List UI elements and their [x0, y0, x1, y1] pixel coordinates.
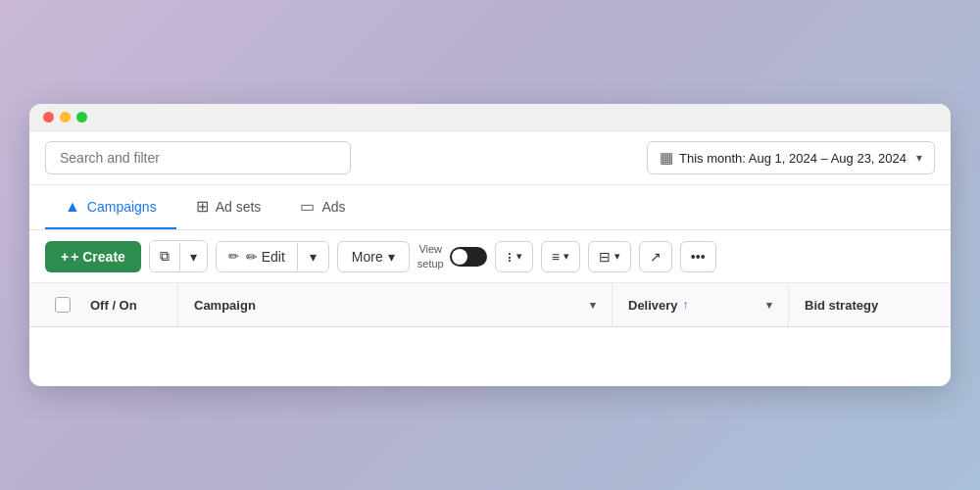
- actions-bar: + + Create ⧉ ▾ ✏ ✏ Edit ▾ More: [29, 230, 951, 283]
- duplicate-dropdown-button[interactable]: ▾: [180, 242, 207, 271]
- create-button[interactable]: + + Create: [45, 241, 141, 272]
- view-setup-toggle[interactable]: [450, 247, 487, 267]
- more-options-button[interactable]: •••: [680, 241, 716, 272]
- date-range-button[interactable]: ▦ This month: Aug 1, 2024 – Aug 23, 2024…: [647, 141, 935, 174]
- delivery-dropdown-icon[interactable]: ▾: [766, 299, 772, 312]
- breakdown-button[interactable]: ⊟ ▾: [588, 241, 631, 272]
- search-input[interactable]: [45, 141, 351, 174]
- edit-dropdown-button[interactable]: ▾: [298, 242, 328, 271]
- chevron-down-icon: ▾: [916, 151, 922, 165]
- tab-ad-sets[interactable]: ⊞ Ad sets: [176, 185, 281, 229]
- tab-campaigns[interactable]: ▲ Campaigns: [45, 185, 176, 229]
- chevron-down-icon: ▾: [190, 249, 197, 265]
- export-button[interactable]: ↗: [639, 241, 672, 272]
- table-body: [29, 327, 951, 386]
- breakdown-chevron-icon: ▾: [614, 250, 620, 263]
- columns-chevron-icon: ▾: [516, 250, 522, 263]
- sort-up-icon: ↑: [683, 298, 689, 312]
- ad-sets-icon: ⊞: [196, 197, 209, 216]
- maximize-dot[interactable]: [76, 112, 87, 122]
- date-range-text: This month: Aug 1, 2024 – Aug 23, 2024: [679, 151, 906, 166]
- toggle-knob: [452, 249, 467, 265]
- pencil-icon: ✏: [228, 249, 239, 264]
- bid-strategy-header: Bid strategy: [788, 284, 935, 326]
- columns-icon: ⫶: [506, 249, 513, 265]
- ads-icon: ▭: [300, 197, 315, 216]
- edit-group: ✏ ✏ Edit ▾: [216, 241, 329, 272]
- chevron-down-icon: ▾: [310, 249, 317, 265]
- close-dot[interactable]: [43, 112, 54, 122]
- select-all-cell: [45, 283, 80, 326]
- campaigns-icon: ▲: [65, 198, 80, 216]
- select-all-checkbox[interactable]: [55, 297, 71, 313]
- export-icon: ↗: [650, 249, 662, 265]
- off-on-header: Off / On: [80, 284, 178, 326]
- more-button[interactable]: More ▾: [337, 241, 410, 272]
- edit-button[interactable]: ✏ ✏ Edit: [217, 242, 297, 271]
- tab-ads[interactable]: ▭ Ads: [280, 185, 365, 229]
- copy-icon: ⧉: [160, 248, 170, 265]
- search-bar: ▦ This month: Aug 1, 2024 – Aug 23, 2024…: [29, 131, 951, 185]
- delivery-header[interactable]: Delivery ↑ ▾: [612, 284, 788, 326]
- columns-button[interactable]: ⫶ ▾: [495, 241, 533, 272]
- chevron-down-icon: ▾: [388, 249, 395, 265]
- filter-chevron-icon: ▾: [564, 250, 569, 263]
- table-header: Off / On Campaign ▾ Delivery ↑ ▾ Bid str…: [29, 283, 951, 327]
- minimize-dot[interactable]: [60, 112, 71, 122]
- ellipsis-icon: •••: [691, 249, 706, 265]
- main-window: ▦ This month: Aug 1, 2024 – Aug 23, 2024…: [29, 104, 951, 386]
- duplicate-group: ⧉ ▾: [149, 240, 208, 272]
- campaign-dropdown-icon[interactable]: ▾: [590, 299, 596, 312]
- title-bar: [29, 104, 951, 131]
- calendar-icon: ▦: [660, 149, 673, 167]
- filter-button[interactable]: ≡ ▾: [541, 241, 580, 272]
- filter-icon: ≡: [552, 249, 560, 265]
- plus-icon: +: [61, 249, 69, 265]
- breakdown-icon: ⊟: [599, 249, 611, 265]
- view-setup-group: View setup: [417, 242, 487, 270]
- campaign-header[interactable]: Campaign ▾: [178, 284, 612, 326]
- duplicate-button[interactable]: ⧉: [150, 241, 179, 271]
- tabs-bar: ▲ Campaigns ⊞ Ad sets ▭ Ads: [29, 185, 951, 230]
